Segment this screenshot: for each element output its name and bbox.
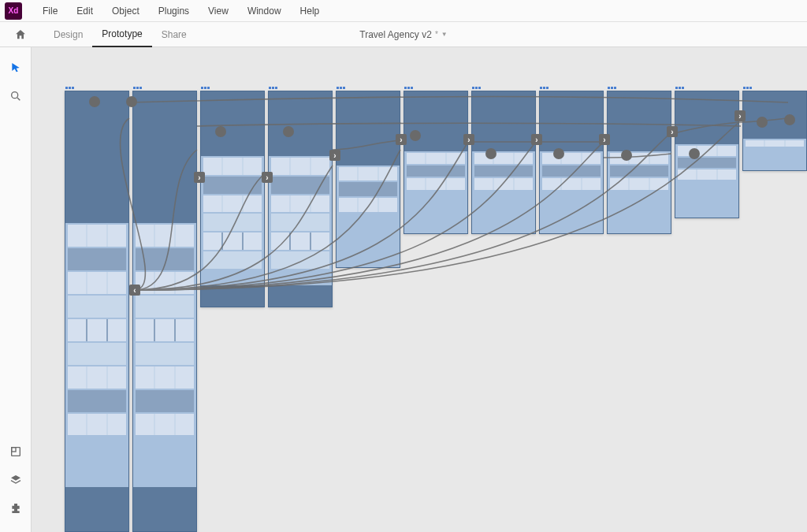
artboard-block: [407, 153, 465, 164]
artboard-block: [746, 140, 804, 147]
connection-node[interactable]: [689, 148, 700, 159]
menu-help[interactable]: Help: [291, 6, 329, 17]
artboard-block: [136, 296, 194, 318]
artboard[interactable]: [607, 91, 671, 234]
menu-edit[interactable]: Edit: [67, 6, 102, 17]
artboard[interactable]: [268, 91, 333, 307]
library-icon: [9, 445, 22, 458]
artboard-footer: [269, 285, 332, 307]
tab-design[interactable]: Design: [44, 22, 92, 47]
artboard-hero: [472, 91, 535, 151]
connection-node[interactable]: [126, 96, 137, 107]
connection-node[interactable]: [396, 134, 407, 145]
menu-file[interactable]: File: [33, 6, 67, 17]
artboard-handle-icon[interactable]: [540, 87, 549, 89]
artboard-block: [339, 182, 397, 196]
artboard-block: [136, 248, 194, 270]
artboard[interactable]: [404, 91, 468, 234]
artboard-block: [271, 251, 329, 269]
svg-point-0: [11, 92, 17, 99]
menu-object[interactable]: Object: [102, 6, 149, 17]
layers-panel-button[interactable]: [3, 467, 28, 493]
connection-node[interactable]: [531, 134, 542, 145]
chevron-down-icon: ▼: [441, 31, 448, 38]
artboard[interactable]: [65, 91, 129, 532]
menu-window[interactable]: Window: [238, 6, 291, 17]
connection-node[interactable]: [194, 172, 205, 183]
artboard-hero: [201, 91, 264, 156]
artboard[interactable]: [539, 91, 604, 234]
home-button[interactable]: [11, 25, 30, 44]
connection-node[interactable]: [667, 126, 678, 137]
select-tool[interactable]: [3, 55, 28, 80]
artboard-handle-icon[interactable]: [675, 87, 684, 89]
artboard-block: [68, 343, 126, 365]
connection-node[interactable]: [262, 172, 273, 183]
tab-share[interactable]: Share: [152, 22, 196, 47]
zoom-tool[interactable]: [3, 84, 28, 109]
connection-node[interactable]: [734, 110, 746, 121]
artboard-hero: [540, 91, 603, 151]
artboard-handle-icon[interactable]: [337, 87, 345, 89]
document-title[interactable]: Travel Agency v2 * ▼: [359, 29, 447, 40]
home-icon: [14, 28, 27, 41]
artboard[interactable]: [200, 91, 265, 307]
artboard-block: [474, 166, 533, 177]
document-name: Travel Agency v2: [359, 29, 432, 40]
left-toolbar: [0, 47, 32, 532]
connection-node[interactable]: [283, 126, 294, 137]
connection-node[interactable]: [553, 148, 564, 159]
artboard-handle-icon[interactable]: [133, 87, 142, 89]
artboard-handle-icon[interactable]: [472, 87, 481, 89]
connection-node[interactable]: [784, 114, 795, 125]
connection-node[interactable]: [463, 134, 474, 145]
search-icon: [9, 90, 22, 102]
artboard-hero: [404, 91, 467, 151]
artboard-block: [407, 166, 465, 177]
artboard-block: [203, 233, 262, 250]
artboard-block: [203, 214, 262, 231]
artboard-handle-icon[interactable]: [608, 87, 616, 89]
artboard-block: [136, 272, 194, 294]
plugins-panel-button[interactable]: [3, 496, 28, 521]
artboard[interactable]: [132, 91, 197, 532]
svg-rect-3: [11, 448, 15, 452]
menu-view[interactable]: View: [199, 6, 238, 17]
artboard[interactable]: [742, 91, 807, 171]
artboard-handle-icon[interactable]: [743, 87, 752, 89]
connection-node[interactable]: [621, 150, 632, 161]
artboard-block: [474, 153, 533, 164]
artboard-footer: [65, 487, 128, 531]
layers-icon: [9, 474, 22, 486]
connection-node[interactable]: [757, 117, 768, 128]
artboard-block: [678, 169, 736, 180]
artboard[interactable]: [471, 91, 536, 234]
connection-node[interactable]: [329, 150, 340, 161]
artboard-handle-icon[interactable]: [65, 87, 74, 89]
artboard-block: [68, 414, 126, 436]
artboard-block: [136, 366, 194, 389]
artboard-hero: [65, 91, 128, 223]
connection-node[interactable]: [485, 148, 496, 159]
connection-node[interactable]: [89, 96, 100, 107]
connection-node[interactable]: [599, 134, 610, 145]
artboard-hero: [337, 91, 400, 166]
connection-node[interactable]: [215, 126, 226, 137]
artboard-block: [136, 390, 194, 412]
artboard-block: [136, 319, 194, 341]
flow-home-node[interactable]: [129, 285, 140, 296]
assets-panel-button[interactable]: [3, 439, 28, 464]
artboard-handle-icon[interactable]: [269, 87, 277, 89]
artboard-block: [542, 153, 601, 164]
connection-node[interactable]: [410, 130, 421, 141]
artboard-hero: [608, 91, 671, 151]
artboard-handle-icon[interactable]: [201, 87, 210, 89]
artboard[interactable]: [336, 91, 400, 268]
prototype-canvas[interactable]: [32, 47, 807, 532]
artboard-handle-icon[interactable]: [404, 87, 413, 89]
artboard-block: [271, 177, 329, 194]
artboard[interactable]: [675, 91, 739, 218]
artboard-block: [271, 158, 329, 175]
tab-prototype[interactable]: Prototype: [92, 21, 151, 47]
menu-plugins[interactable]: Plugins: [149, 6, 199, 17]
